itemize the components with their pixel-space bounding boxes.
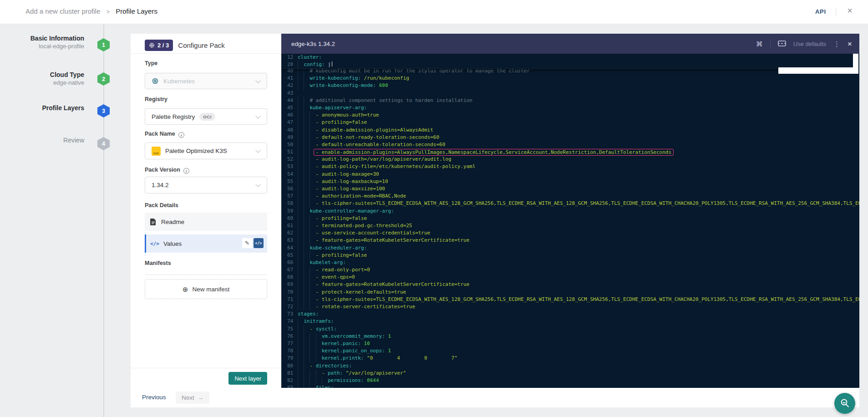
- top-header-bar: Add a new cluster profile > Profile Laye…: [0, 0, 868, 24]
- line-number: 43: [287, 90, 294, 97]
- code-line[interactable]: 41write-kubeconfig: /run/kubeconfig: [281, 75, 859, 82]
- code-line[interactable]: 12cluster:: [281, 54, 859, 61]
- line-number: 45: [287, 104, 294, 112]
- use-defaults-button[interactable]: Use defaults: [793, 41, 826, 47]
- code-line[interactable]: 76vm.overcommit_memory: 1: [281, 333, 859, 340]
- code-line[interactable]: 83files:: [281, 384, 859, 388]
- breadcrumb-parent[interactable]: Add a new cluster profile: [25, 7, 100, 15]
- configure-pack-panel: 2 / 3 Configure Pack Type Kubernetes Reg…: [131, 34, 281, 388]
- code-editor-body[interactable]: 12cluster:20config: | 40# kubeconfig mus…: [281, 54, 859, 388]
- code-line[interactable]: 72- rotate-server-certificates=true: [281, 303, 859, 310]
- line-number: 81: [287, 370, 294, 377]
- code-line[interactable]: 80- directories:: [281, 362, 859, 370]
- code-line[interactable]: 48- disable-admission-plugins=AlwaysAdmi…: [281, 127, 859, 134]
- help-search-beacon[interactable]: [834, 393, 855, 414]
- code-line[interactable]: 58- tls-cipher-suites=TLS_ECDHE_ECDSA_WI…: [281, 200, 859, 207]
- code-line[interactable]: 60- profiling=false: [281, 215, 859, 222]
- code-line[interactable]: 59kube-controller-manager-arg:: [281, 208, 859, 215]
- line-number: 41: [287, 75, 294, 82]
- shortcuts-icon[interactable]: ⌘: [756, 41, 763, 47]
- code-line[interactable]: 20config: |: [281, 61, 859, 68]
- previous-button[interactable]: Previous: [142, 394, 166, 401]
- code-line[interactable]: 51- enable-admission-plugins=AlwaysPullI…: [281, 148, 859, 156]
- manifests-divider: [145, 275, 267, 275]
- code-line[interactable]: 43: [281, 90, 859, 97]
- pack-name-label: Pack Namei: [145, 131, 184, 138]
- line-number: 72: [287, 303, 294, 310]
- code-line[interactable]: 45kube-apiserver-arg:: [281, 104, 859, 112]
- code-line[interactable]: 54- audit-log-maxage=30: [281, 171, 859, 178]
- edit-values-icon[interactable]: ✎: [242, 238, 252, 248]
- editor-close-icon[interactable]: ×: [848, 40, 852, 48]
- line-number: 48: [287, 127, 294, 134]
- breadcrumb-separator-icon: >: [106, 8, 110, 15]
- api-button[interactable]: API: [815, 8, 826, 15]
- registry-select[interactable]: Palette Registry OCI: [145, 108, 267, 125]
- code-line[interactable]: 63- feature-gates=RotateKubeletServerCer…: [281, 237, 859, 244]
- code-line[interactable]: 42write-kubeconfig-mode: 600: [281, 82, 859, 89]
- code-line[interactable]: 61- terminated-pod-gc-threshold=25: [281, 222, 859, 229]
- line-number: 64: [287, 244, 294, 252]
- line-number: 66: [287, 259, 294, 266]
- code-line[interactable]: 70- protect-kernel-defaults=true: [281, 289, 859, 296]
- pack-details-readme-item[interactable]: Readme: [145, 213, 267, 231]
- code-line[interactable]: 57- authorization-mode=RBAC,Node: [281, 193, 859, 200]
- pack-details-values-item[interactable]: </> Values ✎ </>: [145, 234, 267, 253]
- line-number: 69: [287, 281, 294, 288]
- line-number: 75: [287, 325, 294, 333]
- code-line[interactable]: 46- anonymous-auth=true: [281, 112, 859, 119]
- wizard-footer-bar: Previous Next →: [131, 388, 859, 407]
- code-line[interactable]: 77kernel.panic: 10: [281, 340, 859, 347]
- code-line[interactable]: 79kernel.printk: "0 4 0 7": [281, 355, 859, 362]
- code-line[interactable]: 74initramfs:: [281, 318, 859, 325]
- code-line[interactable]: 82permissions: 0644: [281, 377, 859, 384]
- next-layer-button[interactable]: Next layer: [228, 372, 267, 385]
- info-icon[interactable]: i: [178, 132, 184, 138]
- diff-view-icon[interactable]: [778, 41, 786, 47]
- close-wizard-icon[interactable]: ×: [847, 6, 853, 15]
- code-line[interactable]: 55- audit-log-maxbackup=10: [281, 178, 859, 185]
- code-line[interactable]: 56- audit-log-maxsize=100: [281, 185, 859, 193]
- kubernetes-wheel-icon: [152, 77, 159, 85]
- line-number: 62: [287, 229, 294, 237]
- code-line[interactable]: 65- profiling=false: [281, 252, 859, 259]
- code-line[interactable]: 68- event-qps=0: [281, 274, 859, 281]
- new-manifest-button[interactable]: ⊕ New manifest: [145, 279, 267, 299]
- k3s-pack-icon: K3S: [152, 147, 161, 156]
- next-button[interactable]: Next →: [176, 392, 209, 404]
- chevron-down-icon: [255, 182, 260, 187]
- code-line[interactable]: 64kube-scheduler-arg:: [281, 244, 859, 252]
- code-line[interactable]: 44# additional component settings to har…: [281, 97, 859, 104]
- code-line[interactable]: 47- profiling=false: [281, 119, 859, 126]
- line-number: 79: [287, 355, 294, 362]
- code-line[interactable]: 73stages:: [281, 310, 859, 318]
- step-title: Profile Layers: [7, 104, 84, 112]
- line-number: 67: [287, 266, 294, 274]
- code-line[interactable]: 52- audit-log-path=/var/log/apiserver/au…: [281, 156, 859, 163]
- magnifier-smile-icon: [839, 398, 850, 409]
- code-line[interactable]: 62- use-service-account-credentials=true: [281, 229, 859, 237]
- line-number: 47: [287, 119, 294, 126]
- pack-version-select[interactable]: 1.34.2: [145, 177, 267, 193]
- code-view-toggle-icon[interactable]: </>: [254, 238, 264, 248]
- type-label: Type: [145, 60, 157, 66]
- line-number: 71: [287, 296, 294, 303]
- line-number: 44: [287, 97, 294, 104]
- line-number: 52: [287, 156, 294, 163]
- line-number: 53: [287, 163, 294, 170]
- code-line[interactable]: 67- read-only-port=0: [281, 266, 859, 274]
- code-line[interactable]: 71- tls-cipher-suites=TLS_ECDHE_ECDSA_WI…: [281, 296, 859, 303]
- code-line[interactable]: 69- feature-gates=RotateKubeletServerCer…: [281, 281, 859, 288]
- code-line[interactable]: 75- sysctl:: [281, 325, 859, 333]
- code-line[interactable]: 81- path: "/var/log/apiserver": [281, 370, 859, 377]
- pack-name-select[interactable]: K3S Palette Optimized K3S: [145, 142, 267, 159]
- line-number: 12: [287, 54, 294, 61]
- document-icon: [150, 219, 156, 225]
- kebab-menu-icon[interactable]: ⋮: [833, 41, 840, 47]
- code-line[interactable]: 78kernel.panic_on_oops: 1: [281, 347, 859, 355]
- code-line[interactable]: 66kubelet-arg:: [281, 259, 859, 266]
- code-line[interactable]: 53- audit-policy-file=/etc/kubernetes/au…: [281, 163, 859, 170]
- code-line[interactable]: 49- default-not-ready-toleration-seconds…: [281, 134, 859, 141]
- code-line[interactable]: 50- default-unreachable-toleration-secon…: [281, 141, 859, 148]
- info-icon[interactable]: i: [183, 168, 189, 174]
